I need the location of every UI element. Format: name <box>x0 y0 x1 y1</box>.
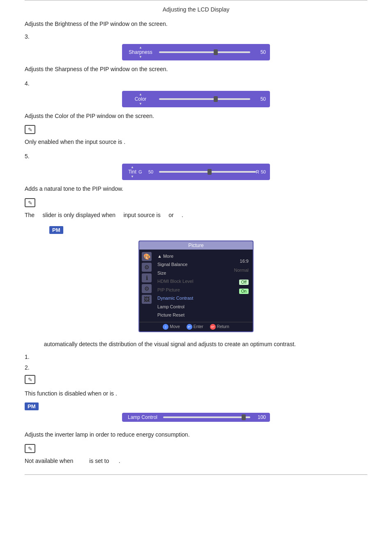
osd-item-pip: PIP Picture <box>156 286 223 294</box>
osd-value-col: 16:9 Normal Off On <box>226 252 250 319</box>
sharpness-slider-widget[interactable]: ▲ Sharpness ▼ 50 <box>122 44 270 60</box>
pm-badge: PM <box>49 226 63 234</box>
tint-thumb <box>208 169 212 175</box>
note-icon-4: ✎ <box>25 125 35 134</box>
osd-item-signal[interactable]: Signal Balance <box>156 260 223 269</box>
dc-item-2: 2. <box>25 364 367 371</box>
sharpness-track-container <box>159 51 250 53</box>
note-icon-5: ✎ <box>25 198 35 207</box>
osd-val-lamp: On <box>226 287 250 296</box>
lamp-note-icon-wrapper: ✎ <box>25 444 367 455</box>
item-5-section: 5. ▲ Tint ▼ G 50 R 50 Adds a natural ton… <box>25 153 367 220</box>
color-thumb <box>214 96 218 102</box>
osd-menu-container: Picture 🎨 ⚙ ℹ ⚙ 🖼 ▲ More Signal Balance … <box>25 237 367 335</box>
lamp-note: Not available when is set to . <box>25 456 367 466</box>
osd-icon-2: ⚙ <box>142 263 152 272</box>
lamp-pm-badge-wrapper: PM <box>25 402 367 410</box>
lamp-desc: Adjusts the inverter lamp in order to re… <box>25 430 367 440</box>
osd-val-reset <box>226 296 250 298</box>
note-icon-dc: ✎ <box>25 375 35 384</box>
osd-icon-3: ℹ <box>142 273 152 282</box>
osd-menu-col: ▲ More Signal Balance Size HDMI Block Le… <box>156 252 223 319</box>
note-icon-lamp: ✎ <box>25 444 35 453</box>
osd-item-hdmi: HDMI Block Level <box>156 277 223 286</box>
color-slider-widget[interactable]: ▲ Color ▼ 50 <box>122 91 270 107</box>
osd-footer-enter: ↵ Enter <box>187 324 203 330</box>
osd-footer-return: ↩ Return <box>210 324 229 330</box>
item-4-section: 4. ▲ Color ▼ 50 Adjusts the Color of the… <box>25 80 367 148</box>
osd-val-pip <box>226 275 250 277</box>
osd-footer: ↕ Move ↵ Enter ↩ Return <box>139 322 253 331</box>
lamp-pm-badge: PM <box>25 402 39 410</box>
osd-icon-5: 🖼 <box>142 295 152 304</box>
item-5-num: 5. <box>25 153 367 160</box>
sharpness-track <box>159 51 250 53</box>
item-4-num: 4. <box>25 80 367 87</box>
bottom-rule <box>25 474 367 475</box>
osd-menu: Picture 🎨 ⚙ ℹ ⚙ 🖼 ▲ More Signal Balance … <box>138 240 254 332</box>
dc-list: 1. 2. ✎ <box>25 354 367 386</box>
sharpness-thumb <box>214 49 218 55</box>
lamp-track <box>163 416 250 418</box>
osd-val-dynamic: Off <box>226 278 250 287</box>
dc-item-1: 1. <box>25 354 367 360</box>
lamp-slider-widget[interactable]: Lamp Control 100 <box>122 413 270 422</box>
tint-slider-widget[interactable]: ▲ Tint ▼ G 50 R 50 <box>122 164 270 180</box>
sharpness-arrows-down: ▼ <box>139 55 142 59</box>
osd-enter-label: Enter <box>194 324 203 329</box>
osd-item-size[interactable]: Size <box>156 269 223 278</box>
dynamic-contrast-desc: automatically detects the distribution o… <box>25 340 367 349</box>
lamp-value: 100 <box>254 414 266 420</box>
osd-icon-4: ⚙ <box>142 284 152 293</box>
lamp-slider-container: Lamp Control 100 <box>25 413 367 426</box>
sharpness-value: 50 <box>254 49 266 55</box>
color-label: ▲ Color ▼ <box>126 92 155 106</box>
lamp-track-container <box>163 416 250 418</box>
osd-return-icon: ↩ <box>210 324 216 330</box>
item-4-desc: Adjusts the Color of the PIP window on t… <box>25 111 367 121</box>
color-track <box>159 98 250 100</box>
color-track-container <box>159 98 250 100</box>
osd-enter-icon: ↵ <box>187 324 192 330</box>
osd-val-hdmi: Normal <box>226 266 250 275</box>
sharpness-label: ▲ Sharpness ▼ <box>126 46 155 59</box>
color-arrows: ▲ <box>139 92 142 96</box>
tint-up-arrow: ▲ <box>131 165 134 169</box>
item-3-section: 3. ▲ Sharpness ▼ 50 Adjusts the Sharpnes… <box>25 33 367 74</box>
osd-return-label: Return <box>217 324 229 329</box>
item-5-note-wrapper: ✎ <box>25 198 367 209</box>
item-4-note-wrapper: ✎ <box>25 125 367 136</box>
tint-down-arrow: ▼ <box>131 175 134 178</box>
osd-lamp-badge: On <box>239 289 249 294</box>
osd-move-icon: ↕ <box>163 324 168 330</box>
tint-label: ▲ Tint ▼ <box>126 165 138 178</box>
tint-middle: G 50 <box>138 169 256 174</box>
osd-title-bar: Picture <box>139 241 253 250</box>
osd-icons-col: 🎨 ⚙ ℹ ⚙ 🖼 <box>142 252 153 319</box>
osd-val-more <box>226 252 250 254</box>
osd-item-dynamic[interactable]: Dynamic Contrast <box>156 294 223 303</box>
item-3-num: 3. <box>25 33 367 40</box>
page-title: Adjusting the LCD Display <box>25 4 367 13</box>
osd-item-reset[interactable]: Picture Reset <box>156 311 223 319</box>
tint-track <box>159 171 256 173</box>
osd-move-label: Move <box>170 324 180 329</box>
osd-item-more[interactable]: ▲ More <box>156 252 223 261</box>
item-4-note: Only enabled when the input source is . <box>25 137 367 147</box>
osd-icon-1: 🎨 <box>142 252 152 261</box>
item-3-desc: Adjusts the Sharpness of the PIP window … <box>25 65 367 74</box>
osd-item-lamp[interactable]: Lamp Control <box>156 303 223 311</box>
color-arrows-down: ▼ <box>139 102 142 106</box>
osd-val-size: 16:9 <box>226 257 250 266</box>
item-5-tint-note: The slider is only displayed when input … <box>25 210 367 220</box>
sharpness-arrows: ▲ <box>139 46 142 49</box>
item-5-desc: Adds a natural tone to the PIP window. <box>25 184 367 194</box>
pm-badge-wrapper: PM <box>49 226 367 234</box>
osd-val-signal <box>226 254 250 256</box>
lamp-label: Lamp Control <box>126 414 159 420</box>
color-value: 50 <box>254 96 266 102</box>
dc-note-icon-wrapper: ✎ <box>25 375 367 386</box>
osd-footer-move: ↕ Move <box>163 324 180 330</box>
top-rule <box>25 0 367 0</box>
dc-note: This function is disabled when or is . <box>25 389 367 399</box>
